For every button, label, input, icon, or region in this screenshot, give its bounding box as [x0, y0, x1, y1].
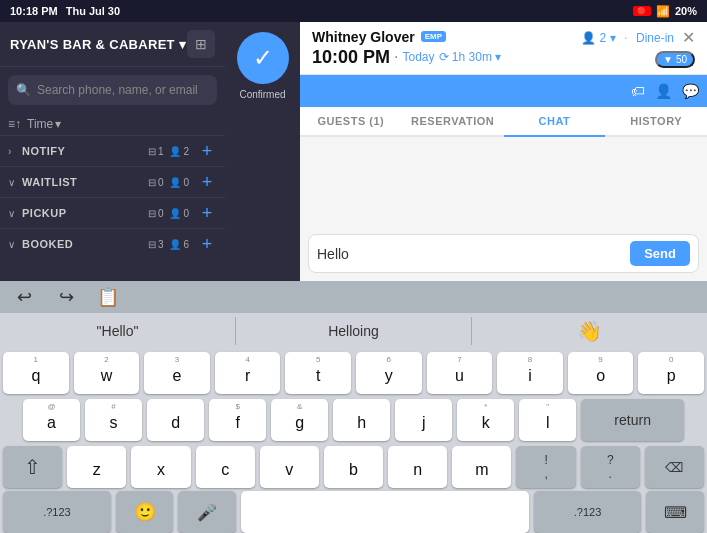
add-pickup-button[interactable]: + — [197, 203, 217, 223]
key-x[interactable]: x — [131, 446, 190, 488]
section-stats-waitlist: ⊟ 0 👤 0 — [148, 177, 189, 188]
key-d[interactable]: d — [147, 399, 204, 441]
key-g[interactable]: &g — [271, 399, 328, 441]
section-name-notify: NOTIFY — [22, 145, 148, 157]
key-c[interactable]: c — [196, 446, 255, 488]
shift-key[interactable]: ⇧ — [3, 446, 62, 488]
key-row-1: 1q 2w 3e 4r 5t 6y 7u 8i 9o 0p — [3, 352, 704, 394]
res-time: 10:00 PM — [312, 47, 390, 68]
key-e[interactable]: 3e — [144, 352, 210, 394]
redo-button[interactable]: ↪ — [50, 281, 82, 313]
tab-chat[interactable]: CHAT — [504, 107, 606, 137]
add-booked-button[interactable]: + — [197, 234, 217, 254]
person-icon-button[interactable]: 👤 — [655, 83, 672, 99]
section-name-waitlist: WAITLIST — [22, 176, 148, 188]
tab-guests[interactable]: GUESTS (1) — [300, 107, 402, 137]
close-button[interactable]: ✕ — [682, 28, 695, 47]
key-i[interactable]: 8i — [497, 352, 563, 394]
suggestion-hello[interactable]: "Hello" — [0, 317, 236, 345]
tab-history[interactable]: HISTORY — [605, 107, 707, 137]
backspace-key[interactable]: ⌫ — [645, 446, 704, 488]
section-notify[interactable]: › NOTIFY ⊟ 1 👤 2 + — [0, 135, 225, 166]
key-f[interactable]: $f — [209, 399, 266, 441]
action-bar: 🏷 👤 💬 — [300, 75, 707, 107]
section-booked[interactable]: ∨ BOOKED ⊟ 3 👤 6 + — [0, 228, 225, 259]
res-time-row: 10:00 PM · Today ⟳ 1h 30m ▾ — [312, 47, 501, 68]
key-n[interactable]: n — [388, 446, 447, 488]
key-y[interactable]: 6y — [356, 352, 422, 394]
checkmark-icon: ✓ — [253, 44, 273, 72]
key-a[interactable]: @a — [23, 399, 80, 441]
section-stats-booked: ⊟ 3 👤 6 — [148, 239, 189, 250]
add-waitlist-button[interactable]: + — [197, 172, 217, 192]
sort-bar: ≡↑ Time ▾ — [0, 113, 225, 135]
chat-input[interactable] — [317, 246, 622, 262]
res-meta-row: 👤 2 ▾ · Dine-in ✕ — [581, 28, 695, 47]
status-time: 10:18 PM Thu Jul 30 — [10, 5, 120, 17]
key-h[interactable]: h — [333, 399, 390, 441]
key-punct1[interactable]: !, — [516, 446, 575, 488]
key-w[interactable]: 2w — [74, 352, 140, 394]
key-j[interactable]: j — [395, 399, 452, 441]
send-button[interactable]: Send — [630, 241, 690, 266]
mic-key[interactable]: 🎤 — [178, 491, 236, 533]
party-size-button[interactable]: 👤 2 ▾ — [581, 31, 615, 45]
sidebar-header: RYAN'S BAR & CABARET ▾ ⊞ — [0, 22, 225, 67]
sort-icon: ≡↑ — [8, 117, 21, 131]
chat-input-row[interactable]: Send — [308, 234, 699, 273]
res-date-button[interactable]: Today — [403, 50, 435, 64]
sort-button[interactable]: Time ▾ — [27, 117, 61, 131]
num-key-left[interactable]: .?123 — [3, 491, 111, 533]
key-r[interactable]: 4r — [215, 352, 281, 394]
key-s[interactable]: #s — [85, 399, 142, 441]
search-input[interactable] — [37, 83, 209, 97]
key-b[interactable]: b — [324, 446, 383, 488]
undo-button[interactable]: ↩ — [8, 281, 40, 313]
key-q[interactable]: 1q — [3, 352, 69, 394]
add-notify-button[interactable]: + — [197, 141, 217, 161]
res-duration-button[interactable]: ⟳ 1h 30m ▾ — [439, 50, 502, 64]
key-v[interactable]: v — [260, 446, 319, 488]
search-bar[interactable]: 🔍 — [8, 75, 217, 105]
chat-area: Send — [300, 137, 707, 281]
status-right: 🔴 📶 20% — [633, 5, 697, 18]
guest-name: Whitney Glover — [312, 29, 415, 45]
space-key[interactable] — [241, 491, 529, 533]
key-l[interactable]: "l — [519, 399, 576, 441]
suggestion-helloing[interactable]: Helloing — [236, 317, 472, 345]
section-list: › NOTIFY ⊟ 1 👤 2 + — [0, 135, 225, 281]
key-punct2[interactable]: ?. — [581, 446, 640, 488]
return-key[interactable]: return — [581, 399, 684, 441]
chat-bubble-icon-button[interactable]: 💬 — [682, 83, 699, 99]
table-icon3: ⊟ — [148, 208, 156, 219]
key-k[interactable]: *k — [457, 399, 514, 441]
tag-icon-button[interactable]: 🏷 — [631, 83, 645, 99]
sidebar-title[interactable]: RYAN'S BAR & CABARET ▾ — [10, 37, 186, 52]
sidebar-grid-button[interactable]: ⊞ — [187, 30, 215, 58]
key-m[interactable]: m — [452, 446, 511, 488]
keyboard-dismiss-key[interactable]: ⌨ — [646, 491, 704, 533]
res-info: Whitney Glover EMP 10:00 PM · Today ⟳ 1h… — [312, 29, 501, 68]
copy-button[interactable]: 📋 — [92, 281, 124, 313]
sidebar: RYAN'S BAR & CABARET ▾ ⊞ 🔍 ≡↑ Time ▾ — [0, 22, 225, 281]
key-p[interactable]: 0p — [638, 352, 704, 394]
dine-in-button[interactable]: Dine-in — [636, 31, 674, 45]
chevron-down-icon2: ∨ — [8, 208, 18, 219]
suggestion-emoji[interactable]: 👋 — [472, 313, 707, 349]
confirmed-badge[interactable]: ✓ — [237, 32, 289, 84]
filter-badge[interactable]: ▼ 50 — [655, 51, 695, 68]
tab-reservation[interactable]: RESERVATION — [402, 107, 504, 137]
num-key-right[interactable]: .?123 — [534, 491, 642, 533]
section-waitlist[interactable]: ∨ WAITLIST ⊟ 0 👤 0 + — [0, 166, 225, 197]
filter-icon: ▼ — [663, 54, 673, 65]
key-row-2: @a #s d $f &g h j *k "l return — [3, 399, 704, 441]
table-icon: ⊟ — [148, 146, 156, 157]
emp-badge: EMP — [421, 31, 446, 42]
key-o[interactable]: 9o — [568, 352, 634, 394]
key-u[interactable]: 7u — [427, 352, 493, 394]
key-z[interactable]: z — [67, 446, 126, 488]
filter-row: ▼ 50 — [655, 51, 695, 68]
emoji-key[interactable]: 🙂 — [116, 491, 174, 533]
key-t[interactable]: 5t — [285, 352, 351, 394]
section-pickup[interactable]: ∨ PICKUP ⊟ 0 👤 0 + — [0, 197, 225, 228]
